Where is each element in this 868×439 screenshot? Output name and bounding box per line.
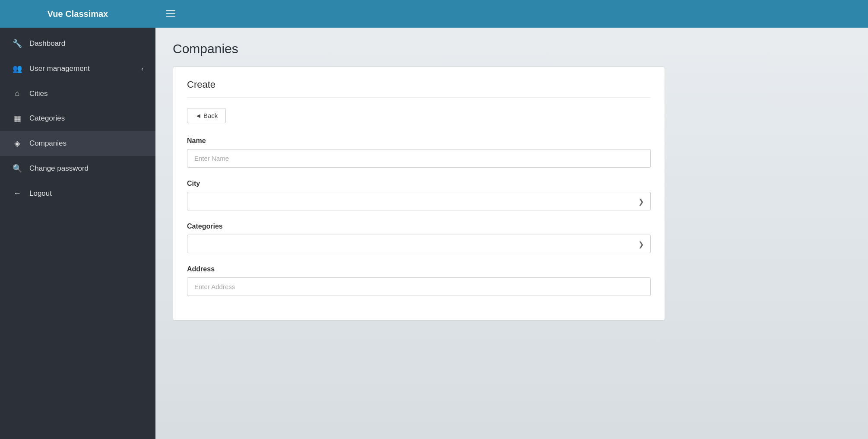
key-icon: 🔍 (12, 164, 22, 173)
sidebar-item-change-password[interactable]: 🔍 Change password (0, 156, 155, 181)
categories-label: Categories (187, 223, 651, 230)
sidebar-item-dashboard[interactable]: 🔧 Dashboard (0, 31, 155, 56)
name-input[interactable] (187, 149, 651, 168)
categories-field-group: Categories ❯ (187, 223, 651, 253)
sidebar: 🔧 Dashboard 👥 User management ‹ ⌂ Cities… (0, 28, 155, 439)
city-label: City (187, 180, 651, 188)
sidebar-item-companies[interactable]: ◈ Companies (0, 131, 155, 156)
form-card: Create ◄ Back Name City ❯ Categories (173, 67, 665, 321)
home-icon: ⌂ (12, 89, 22, 98)
address-label: Address (187, 265, 651, 273)
form-card-title: Create (187, 79, 651, 98)
diamond-icon: ◈ (12, 139, 22, 148)
sidebar-item-logout[interactable]: ← Logout (0, 181, 155, 206)
back-button[interactable]: ◄ Back (187, 108, 226, 123)
users-icon: 👥 (12, 64, 22, 73)
logout-icon: ← (12, 189, 22, 198)
name-label: Name (187, 137, 651, 145)
city-select[interactable] (187, 192, 651, 210)
top-bar: Vue Classimax (0, 0, 868, 28)
categories-select-wrapper: ❯ (187, 235, 651, 253)
categories-select[interactable] (187, 235, 651, 253)
city-select-wrapper: ❯ (187, 192, 651, 210)
sidebar-item-user-management[interactable]: 👥 User management ‹ (0, 56, 155, 81)
address-input[interactable] (187, 277, 651, 296)
sidebar-item-cities[interactable]: ⌂ Cities (0, 81, 155, 106)
sidebar-item-categories[interactable]: ▦ Categories (0, 106, 155, 131)
chevron-icon: ‹ (141, 65, 143, 72)
brand-logo: Vue Classimax (0, 0, 155, 28)
content-area: Companies Create ◄ Back Name City ❯ (155, 28, 868, 439)
address-field-group: Address (187, 265, 651, 296)
wrench-icon: 🔧 (12, 39, 22, 48)
name-field-group: Name (187, 137, 651, 168)
city-field-group: City ❯ (187, 180, 651, 210)
hamburger-icon (166, 10, 175, 17)
main-layout: 🔧 Dashboard 👥 User management ‹ ⌂ Cities… (0, 28, 868, 439)
page-title: Companies (173, 41, 851, 56)
grid-icon: ▦ (12, 114, 22, 123)
menu-toggle-button[interactable] (155, 10, 186, 17)
